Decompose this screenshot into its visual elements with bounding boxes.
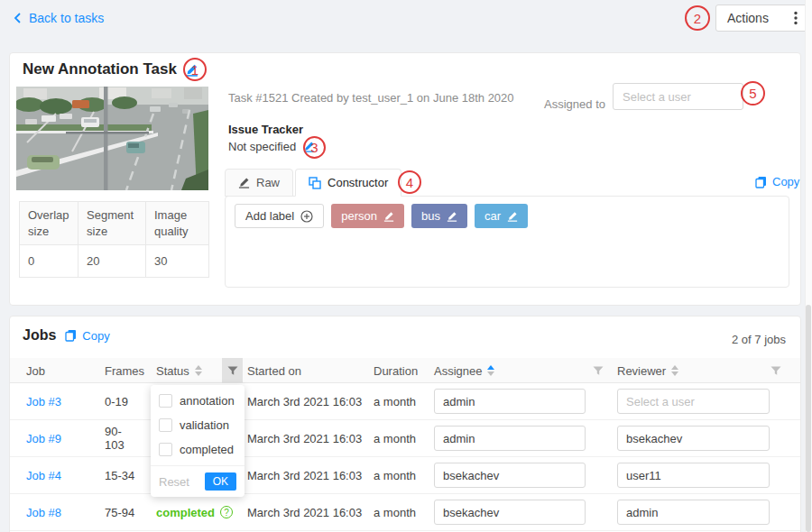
reviewer-filter-icon[interactable] <box>765 358 786 383</box>
job-9-link[interactable]: Job #9 <box>26 432 61 445</box>
callout-2: 2 <box>685 5 710 31</box>
job-row-3: Job #3 0-19 March 3rd 2021 16:03 a month <box>10 383 800 420</box>
checkbox-annotation[interactable] <box>159 394 172 408</box>
job-9-duration: a month <box>366 432 427 445</box>
copy-jobs-label: Copy <box>82 329 109 343</box>
label-bus-name: bus <box>421 209 440 223</box>
labels-constructor-panel: Add label person bus car <box>225 196 789 288</box>
filter-option-annotation[interactable]: annotation <box>151 389 245 413</box>
copy-label: Copy <box>772 175 799 188</box>
task-assignee-input[interactable] <box>613 83 743 110</box>
back-to-tasks-label: Back to tasks <box>29 11 104 25</box>
checkbox-completed[interactable] <box>159 443 172 456</box>
job-9-started: March 3rd 2021 16:03 <box>243 432 366 445</box>
status-filter-icon[interactable] <box>222 358 243 383</box>
jobs-table-body: Job #3 0-19 March 3rd 2021 16:03 a month… <box>10 383 800 531</box>
job-8-frames: 75-94 <box>88 506 140 519</box>
job-4-reviewer-input[interactable] <box>617 463 770 488</box>
param-header-quality: Image quality <box>146 202 209 245</box>
status-sorter[interactable] <box>195 365 202 376</box>
job-8-reviewer-input[interactable] <box>617 500 770 525</box>
job-3-assignee-input[interactable] <box>434 389 586 414</box>
job-9-assignee-input[interactable] <box>434 426 586 451</box>
assigned-to-label: Assigned to <box>524 97 605 111</box>
pencil-icon <box>238 177 250 188</box>
filter-option-completed-label: completed <box>180 443 234 456</box>
copy-icon <box>755 176 767 188</box>
checkbox-validation[interactable] <box>159 418 172 432</box>
param-header-segment: Segment size <box>78 202 146 245</box>
job-3-reviewer-input[interactable] <box>617 389 770 414</box>
callout-5: 5 <box>741 81 765 105</box>
param-value-overlap: 0 <box>20 245 78 278</box>
filter-option-completed[interactable]: completed <box>151 437 245 462</box>
copy-labels-button[interactable]: Copy <box>755 175 799 188</box>
col-started-on: Started on <box>247 364 301 378</box>
back-to-tasks-link[interactable]: Back to tasks <box>13 11 104 25</box>
job-3-link[interactable]: Job #3 <box>26 395 61 408</box>
edit-label-car-icon[interactable] <box>507 211 518 222</box>
callout-1: 1 <box>183 58 207 81</box>
issue-tracker-value-row: Not specified <box>228 140 315 153</box>
edit-label-person-icon[interactable] <box>383 211 394 222</box>
jobs-title: Jobs <box>23 327 56 344</box>
job-row-9: Job #9 90-103 March 3rd 2021 16:03 a mon… <box>10 420 800 457</box>
jobs-card: Jobs Copy 2 of 7 jobs Job Frames Status … <box>9 316 801 532</box>
issue-tracker-value: Not specified <box>228 140 296 153</box>
tab-raw-label: Raw <box>256 176 280 189</box>
job-4-link[interactable]: Job #4 <box>26 469 61 482</box>
jobs-count: 2 of 7 jobs <box>732 333 786 346</box>
job-3-started: March 3rd 2021 16:03 <box>243 395 366 408</box>
col-assignee: Assignee <box>434 364 482 378</box>
block-icon <box>309 177 321 189</box>
label-car-name: car <box>484 209 501 223</box>
job-8-duration: a month <box>366 506 427 519</box>
copy-jobs-button[interactable]: Copy <box>65 329 109 343</box>
tab-constructor[interactable]: Constructor <box>295 169 401 197</box>
copy-icon <box>65 329 77 342</box>
edit-label-bus-icon[interactable] <box>447 211 457 222</box>
assignee-filter-icon[interactable] <box>587 358 608 383</box>
job-9-reviewer-input[interactable] <box>617 426 770 451</box>
issue-tracker-label: Issue Tracker <box>228 123 303 136</box>
callout-4: 4 <box>398 170 421 194</box>
assignee-sorter[interactable] <box>487 365 494 376</box>
job-8-link[interactable]: Job #8 <box>26 506 61 519</box>
task-meta: Task #1521 Created by test_user_1 on Jun… <box>228 91 514 105</box>
filter-option-annotation-label: annotation <box>180 394 235 408</box>
task-title: New Annotation Task <box>23 60 177 78</box>
task-preview-image <box>16 87 208 190</box>
filter-reset-button[interactable]: Reset <box>159 475 189 489</box>
tab-raw[interactable]: Raw <box>225 169 293 197</box>
reviewer-sorter[interactable] <box>671 365 678 376</box>
filter-option-validation-label: validation <box>180 418 229 432</box>
col-duration: Duration <box>374 364 418 378</box>
jobs-table-header: Job Frames Status Started on Duration As… <box>10 358 800 383</box>
question-circle-icon[interactable]: ? <box>220 506 233 518</box>
col-frames: Frames <box>105 364 144 378</box>
job-4-assignee-input[interactable] <box>434 463 586 488</box>
page-scrollbar[interactable] <box>805 0 812 532</box>
task-title-row: New Annotation Task <box>23 60 198 78</box>
job-row-4: Job #4 15-34 March 3rd 2021 16:03 a mont… <box>10 457 800 494</box>
job-row-8: Job #8 75-94 completed ? March 3rd 2021 … <box>10 494 800 531</box>
job-8-started: March 3rd 2021 16:03 <box>243 506 366 519</box>
job-4-started: March 3rd 2021 16:03 <box>243 469 366 482</box>
filter-option-validation[interactable]: validation <box>151 413 245 437</box>
label-chip-person[interactable]: person <box>331 204 404 228</box>
actions-button[interactable]: Actions <box>715 5 809 32</box>
add-label-text: Add label <box>245 209 294 223</box>
add-label-button[interactable]: Add label <box>235 204 324 228</box>
param-value-segment: 20 <box>78 245 146 278</box>
col-reviewer: Reviewer <box>617 364 666 378</box>
job-8-assignee-input[interactable] <box>434 500 586 525</box>
job-8-status: completed <box>156 506 215 519</box>
col-status: Status <box>156 364 189 378</box>
param-header-overlap: Overlap size <box>20 202 78 245</box>
label-person-name: person <box>341 209 377 223</box>
label-chip-bus[interactable]: bus <box>411 204 467 228</box>
job-9-frames: 90-103 <box>88 425 140 452</box>
filter-ok-button[interactable]: OK <box>205 472 236 491</box>
scrollbar-thumb[interactable] <box>806 305 811 532</box>
label-chip-car[interactable]: car <box>475 204 528 228</box>
